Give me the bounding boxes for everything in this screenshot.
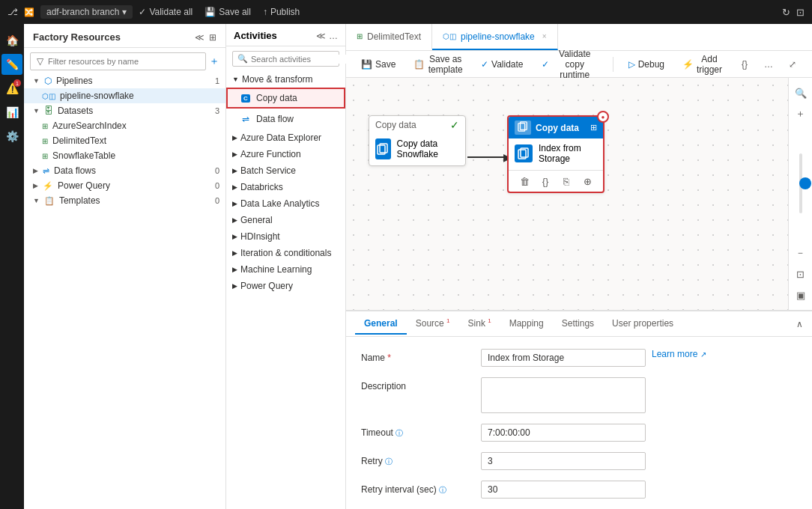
retry-interval-input[interactable] <box>481 481 646 499</box>
activity-group-hdinsight[interactable]: ▶ HDInsight <box>226 228 345 245</box>
sidebar-item-azure-search-index[interactable]: ⊞ AzureSearchIndex <box>24 118 225 133</box>
activities-search-input[interactable] <box>251 55 354 64</box>
name-input[interactable] <box>481 349 646 367</box>
nav-pencil-icon[interactable]: ✏️ <box>1 54 22 75</box>
node-code-btn[interactable]: {} <box>538 174 553 189</box>
bottom-panel: General Source 1 Sink 1 Mapping Settings <box>346 310 812 509</box>
validate-btn[interactable]: ✓ Validate <box>475 56 529 73</box>
activity-group-azure-function[interactable]: ▶ Azure Function <box>226 146 345 162</box>
canvas-with-bottom: Copy data ✓ Copy data Snowflake <box>346 78 812 509</box>
validate-copy-runtime-btn[interactable]: ✓ Validate copy runtime <box>536 46 605 83</box>
sidebar-item-snowflake-table[interactable]: ⊞ SnowflakeTable <box>24 148 225 163</box>
zoom-in-btn[interactable]: ＋ <box>792 105 810 123</box>
zoom-thumb[interactable] <box>799 177 811 189</box>
nav-alert-icon[interactable]: ⚠️ 1 <box>1 78 22 99</box>
refresh-icon[interactable]: ↻ <box>782 7 790 18</box>
node-copy-icon-1 <box>375 138 391 159</box>
activities-search[interactable]: 🔍 <box>232 51 339 67</box>
sidebar-collapse-icon[interactable]: ≪ <box>195 32 204 43</box>
debug-btn[interactable]: ▷ Debug <box>622 56 670 73</box>
tab-close-btn[interactable]: × <box>542 32 547 40</box>
node-index-from-storage[interactable]: ● Copy data ⊞ <box>507 115 605 193</box>
validate-all-btn[interactable]: ✓ Validate all <box>139 7 193 17</box>
fullscreen-canvas-btn[interactable]: ⤢ <box>782 54 803 75</box>
activity-group-ml[interactable]: ▶ Machine Learning <box>226 261 345 278</box>
node-delete-btn[interactable]: 🗑 <box>517 174 532 189</box>
tab-mapping[interactable]: Mapping <box>500 314 553 335</box>
retry-interval-info-icon[interactable]: ⓘ <box>439 486 446 494</box>
activity-group-databricks[interactable]: ▶ Databricks <box>226 179 345 195</box>
sidebar-section-power-query[interactable]: ▶ ⚡ Power Query 0 <box>24 178 225 193</box>
pipeline-icon: ⬡ <box>44 76 52 86</box>
tab-user-properties[interactable]: User properties <box>603 314 682 335</box>
activity-group-batch-service[interactable]: ▶ Batch Service <box>226 162 345 179</box>
activities-header: Activities ≪ … <box>226 24 345 46</box>
sidebar-section-templates[interactable]: ▼ 📋 Templates 0 <box>24 193 225 208</box>
tab-source-label: Source <box>416 318 444 329</box>
timeout-info-icon[interactable]: ⓘ <box>396 429 403 437</box>
templates-icon: 📋 <box>44 196 55 206</box>
nav-settings-icon[interactable]: ⚙️ <box>1 126 22 147</box>
tab-sink[interactable]: Sink 1 <box>459 313 500 335</box>
save-btn[interactable]: 💾 Save <box>355 56 402 73</box>
sidebar-expand-icon[interactable]: ⊞ <box>209 32 216 43</box>
github-icon: ⎇ <box>7 7 18 17</box>
retry-label: Retry ⓘ <box>361 452 481 467</box>
sidebar-item-delimited-text[interactable]: ⊞ DelimitedText <box>24 133 225 148</box>
node-run-btn[interactable]: ⊕ <box>580 174 595 189</box>
save-icon: 💾 <box>204 7 216 17</box>
more-options-btn[interactable]: … <box>758 54 779 75</box>
bottom-panel-collapse-btn[interactable]: ∧ <box>796 319 803 329</box>
tab-general[interactable]: General <box>355 314 407 335</box>
save-all-btn[interactable]: 💾 Save all <box>204 7 251 17</box>
sidebar-search[interactable]: ▽ <box>30 52 206 70</box>
external-link-icon: ↗ <box>700 350 706 359</box>
toolbar-divider <box>613 57 613 72</box>
data-flows-icon: ⇌ <box>43 166 49 176</box>
activity-group-move-transform[interactable]: ▼ Move & transform <box>226 71 345 88</box>
node-type-2: Copy data <box>536 123 579 133</box>
nav-home-icon[interactable]: 🏠 <box>1 30 22 51</box>
sidebar-filter-input[interactable] <box>48 57 199 66</box>
sidebar-add-btn[interactable]: ＋ <box>209 55 219 68</box>
minimap-btn[interactable]: ▣ <box>792 286 810 304</box>
node-copy-data-snowflake[interactable]: Copy data ✓ Copy data Snowflake <box>369 115 466 166</box>
activity-group-iteration[interactable]: ▶ Iteration & conditionals <box>226 245 345 261</box>
zoom-search-btn[interactable]: 🔍 <box>792 84 810 102</box>
success-icon-1: ✓ <box>450 119 459 131</box>
fit-view-btn[interactable]: ⊡ <box>792 265 810 283</box>
activity-item-copy-data[interactable]: C Copy data <box>226 88 345 109</box>
main-area: ⊞ DelimitedText ⬡◫ pipeline-snowflake × … <box>346 24 812 509</box>
code-view-btn[interactable]: {} <box>734 54 755 75</box>
learn-more-link[interactable]: Learn more ↗ <box>652 349 706 359</box>
activity-group-general[interactable]: ▶ General <box>226 212 345 228</box>
sidebar-section-pipelines[interactable]: ▼ ⬡ Pipelines 1 <box>24 73 225 88</box>
validate-icon: ✓ <box>481 59 488 70</box>
description-input[interactable] <box>481 377 646 413</box>
sidebar-item-pipeline-snowflake[interactable]: ⬡◫ pipeline-snowflake <box>24 88 225 103</box>
sidebar-section-data-flows[interactable]: ▶ ⇌ Data flows 0 <box>24 163 225 178</box>
retry-info-icon[interactable]: ⓘ <box>385 457 393 466</box>
branch-selector[interactable]: adf-branch branch ▾ <box>40 5 133 19</box>
activity-item-data-flow[interactable]: ⇌ Data flow <box>226 109 345 129</box>
canvas[interactable]: Copy data ✓ Copy data Snowflake <box>346 78 788 310</box>
activity-group-data-lake[interactable]: ▶ Data Lake Analytics <box>226 195 345 212</box>
publish-btn[interactable]: ↑ Publish <box>263 7 300 17</box>
activities-collapse-icon[interactable]: ≪ <box>316 31 326 41</box>
fullscreen-icon[interactable]: ⊡ <box>796 7 805 18</box>
retry-input[interactable] <box>481 452 646 470</box>
tab-settings[interactable]: Settings <box>553 314 603 335</box>
nav-monitor-icon[interactable]: 📊 <box>1 102 22 123</box>
tab-source[interactable]: Source 1 <box>407 313 459 335</box>
zoom-out-btn[interactable]: － <box>792 244 810 262</box>
node-copy-btn[interactable]: ⎘ <box>559 174 574 189</box>
activity-group-azure-explorer[interactable]: ▶ Azure Data Explorer <box>226 129 345 146</box>
sidebar-section-datasets[interactable]: ▼ 🗄 Datasets 3 <box>24 103 225 118</box>
activity-group-pq[interactable]: ▶ Power Query <box>226 278 345 294</box>
save-as-template-btn[interactable]: 📋 Save as template <box>407 51 469 78</box>
tab-delimited-text[interactable]: ⊞ DelimitedText <box>346 24 432 50</box>
activities-more-icon[interactable]: … <box>329 31 338 41</box>
add-trigger-btn[interactable]: ⚡ Add trigger <box>676 51 728 78</box>
timeout-input[interactable] <box>481 424 646 442</box>
data-flow-icon: ⇌ <box>240 113 252 125</box>
